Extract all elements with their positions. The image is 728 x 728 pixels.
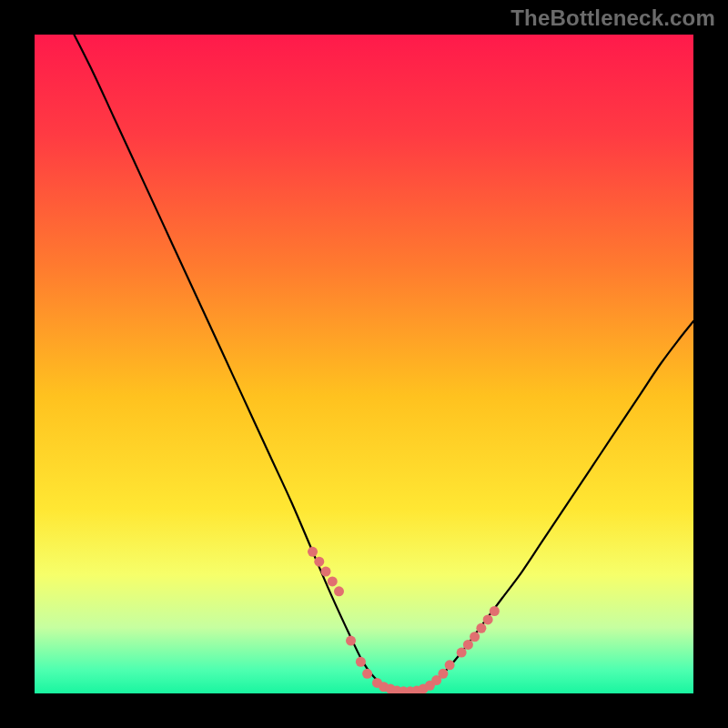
threshold-dots	[308, 547, 500, 693]
threshold-dot	[445, 660, 455, 670]
threshold-dot	[362, 669, 372, 679]
threshold-dot	[321, 567, 331, 577]
bottleneck-curve	[74, 35, 693, 692]
threshold-dot	[483, 614, 493, 624]
threshold-dot	[356, 657, 366, 667]
threshold-dot	[328, 576, 338, 586]
threshold-dot	[457, 648, 467, 658]
threshold-dot	[470, 632, 480, 642]
plot-area	[35, 35, 693, 693]
curve-layer	[35, 35, 693, 693]
threshold-dot	[463, 640, 473, 650]
threshold-dot	[476, 623, 486, 633]
threshold-dot	[438, 669, 448, 679]
threshold-dot	[490, 606, 500, 616]
threshold-dot	[314, 557, 324, 567]
threshold-dot	[334, 586, 344, 596]
threshold-dot	[346, 636, 356, 646]
threshold-dot	[308, 547, 318, 557]
watermark-text: TheBottleneck.com	[511, 5, 715, 31]
chart-stage: TheBottleneck.com	[0, 0, 728, 728]
